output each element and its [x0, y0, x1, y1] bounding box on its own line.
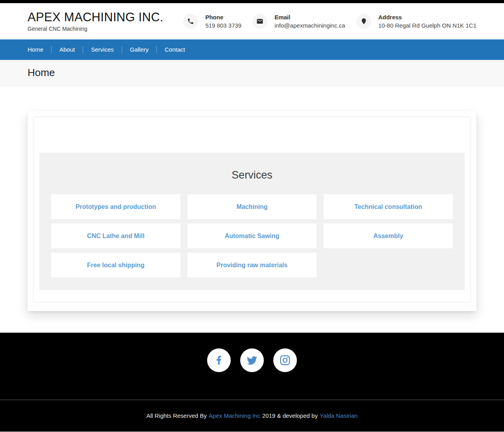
main-content: Services Prototypes and production Machi… [0, 86, 504, 333]
site-footer: All Rights Reserved By Apex Machining In… [0, 333, 504, 432]
nav-item-home: Home [28, 39, 43, 60]
nav-item-contact: Contact [148, 39, 185, 60]
service-tile: Providing raw materials [187, 253, 317, 277]
services-card-inner: Services Prototypes and production Machi… [33, 117, 471, 302]
services-heading: Services [51, 168, 453, 182]
contact-email: Email info@apexmachininginc.ca [252, 14, 345, 29]
nav-link-about[interactable]: About [59, 39, 75, 60]
services-card: Services Prototypes and production Machi… [28, 111, 476, 311]
nav-item-about: About [43, 39, 75, 60]
nav-item-services: Services [75, 39, 114, 60]
contact-address-text: Address 10-80 Regal Rd Guelph ON N1K 1C1 [378, 14, 476, 29]
contact-address-value: 10-80 Regal Rd Guelph ON N1K 1C1 [378, 22, 476, 29]
footer-bottom-bar: All Rights Reserved By Apex Machining In… [0, 400, 504, 432]
contact-address-label: Address [378, 14, 476, 21]
service-tile: Prototypes and production [51, 194, 180, 219]
contact-email-label: Email [274, 14, 345, 21]
developer-link[interactable]: Yalda Nasirian [320, 412, 358, 419]
services-grid: Prototypes and production Machining Tech… [51, 194, 453, 277]
copyright-prefix: All Rights Reserved By [146, 412, 207, 419]
contact-phone-label: Phone [205, 14, 241, 21]
contact-phone: Phone 519 803 3739 [183, 14, 241, 29]
top-black-strip [0, 0, 504, 3]
site-header: APEX MACHINING INC. General CNC Machinin… [0, 3, 504, 39]
brand: APEX MACHINING INC. General CNC Machinin… [28, 11, 163, 32]
service-tile: Technical consultation [324, 194, 453, 219]
nav-link-contact[interactable]: Contact [165, 39, 185, 60]
brand-subtitle: General CNC Machining [28, 26, 163, 32]
service-tile: Machining [187, 194, 317, 219]
facebook-icon[interactable] [207, 348, 231, 372]
email-icon [252, 14, 267, 29]
nav-list: Home About Services Gallery Contact [28, 39, 185, 60]
page-title: Home [28, 67, 55, 79]
nav-link-services[interactable]: Services [91, 39, 114, 60]
header-contacts: Phone 519 803 3739 Email info@apexmachin… [183, 14, 476, 29]
contact-phone-value: 519 803 3739 [205, 22, 241, 29]
service-tile: CNC Lathe and Mill [51, 223, 180, 248]
contact-email-text: Email info@apexmachininginc.ca [274, 14, 345, 29]
main-navbar: Home About Services Gallery Contact [0, 39, 504, 60]
nav-item-gallery: Gallery [114, 39, 149, 60]
service-tile: Automatic Sawing [187, 223, 317, 248]
copyright-middle: 2019 & developed by [262, 412, 318, 419]
brand-title: APEX MACHINING INC. [28, 11, 163, 24]
social-row [0, 333, 504, 372]
page-title-band: Home [0, 60, 504, 86]
services-panel: Services Prototypes and production Machi… [39, 153, 465, 290]
contact-address: Address 10-80 Regal Rd Guelph ON N1K 1C1 [356, 14, 476, 29]
instagram-icon[interactable] [273, 348, 297, 372]
nav-link-home[interactable]: Home [28, 39, 43, 60]
company-link[interactable]: Apex Machining Inc [209, 412, 260, 419]
service-tile: Free local shipping [51, 253, 180, 277]
service-tile: Assembly [324, 223, 453, 248]
address-pin-icon [356, 14, 371, 29]
contact-phone-text: Phone 519 803 3739 [205, 14, 241, 29]
phone-icon [183, 14, 198, 29]
service-tile-empty [324, 253, 453, 277]
copyright-text: All Rights Reserved By Apex Machining In… [0, 412, 504, 419]
contact-email-value: info@apexmachininginc.ca [274, 22, 345, 29]
twitter-icon[interactable] [240, 348, 264, 372]
nav-link-gallery[interactable]: Gallery [130, 39, 149, 60]
